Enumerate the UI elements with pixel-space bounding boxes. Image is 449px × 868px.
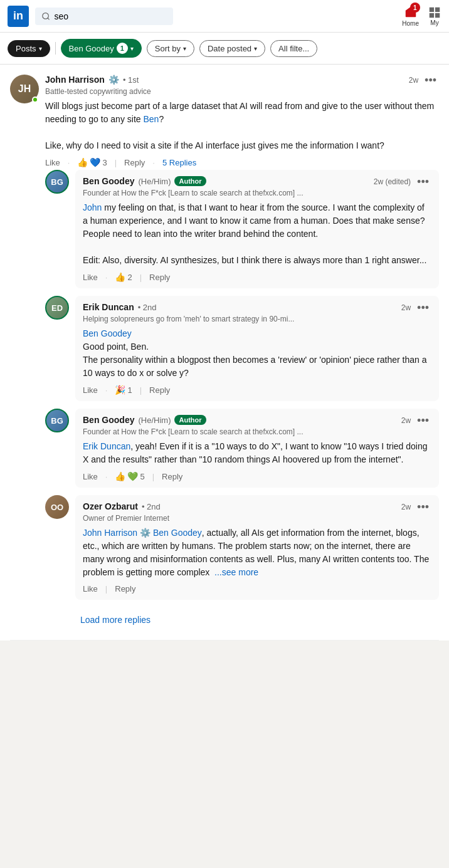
filter-divider — [55, 42, 56, 55]
svg-point-0 — [43, 13, 49, 19]
linkedin-logo[interactable]: in — [8, 6, 29, 27]
john-initials: JH — [18, 83, 31, 95]
john-actions: Like · 👍 💙 3 | Reply · 5 Replies — [45, 157, 439, 167]
erik-like[interactable]: Like — [83, 385, 98, 395]
ozer-like[interactable]: Like — [83, 584, 98, 593]
main-content: JH John Harrison ⚙️ • 1st 2w ••• Battl — [0, 65, 449, 641]
ben-reply-2-body: Ben Goodey (He/Him) Author 2w ••• Founde… — [75, 409, 439, 488]
comment-john: JH John Harrison ⚙️ • 1st 2w ••• Battl — [10, 75, 439, 167]
ben-filter-button[interactable]: Ben Goodey 1 ▾ — [61, 39, 142, 58]
john-like-button[interactable]: Like — [45, 158, 60, 167]
ben-reply-1-count: 2 — [127, 273, 132, 282]
svg-rect-2 — [430, 8, 434, 12]
ben-reply-1-reactions: 👍 2 — [115, 272, 132, 282]
john-mention-in-reply[interactable]: John — [83, 202, 102, 212]
john-subtitle: Battle-tested copywriting advice — [45, 87, 439, 96]
see-more-ozer[interactable]: ...see more — [214, 567, 258, 577]
avatar-ben-2-container: BG — [45, 409, 69, 432]
ozer-timestamp: 2w — [401, 503, 411, 511]
all-filters-button[interactable]: All filte... — [270, 40, 317, 57]
ben-reply-2-actions: Like · 👍 💚 5 | Reply — [83, 471, 431, 481]
ozer-reply-header: Ozer Ozbarut • 2nd 2w ••• — [83, 501, 431, 513]
ben-name-2[interactable]: Ben Goodey — [83, 415, 134, 425]
ozer-reply-btn[interactable]: Reply — [115, 584, 135, 593]
sep8: · — [105, 472, 108, 481]
erik-mention-in-reply[interactable]: Erik Duncan — [83, 441, 130, 451]
ben-reply-1-like[interactable]: Like — [83, 273, 98, 282]
erik-more[interactable]: ••• — [415, 302, 431, 313]
date-posted-button[interactable]: Date posted ▾ — [199, 40, 265, 57]
reply-ozer: OO Ozer Ozbarut • 2nd 2w ••• Ow — [45, 495, 439, 600]
sort-by-button[interactable]: Sort by ▾ — [147, 40, 194, 57]
reply-ben-2: BG Ben Goodey (He/Him) Author 2w ••• — [45, 409, 439, 488]
erik-subtitle: Helping solopreneurs go from 'meh' to sm… — [83, 315, 431, 323]
avatar-ben-2: BG — [45, 409, 69, 432]
john-mention-ozer[interactable]: John Harrison — [83, 528, 137, 538]
erik-count: 1 — [127, 385, 132, 395]
ozer-name[interactable]: Ozer Ozbarut — [83, 501, 138, 511]
john-badge-icon: ⚙️ — [108, 75, 119, 85]
ben-reply-2-count: 5 — [140, 472, 144, 481]
avatar-erik: ED — [45, 296, 69, 320]
john-reply-button[interactable]: Reply — [124, 158, 145, 167]
ben-reply-1-reply[interactable]: Reply — [149, 273, 170, 282]
john-meta: John Harrison ⚙️ • 1st — [45, 75, 139, 85]
erik-reply-btn[interactable]: Reply — [149, 385, 170, 395]
avatar-ozer-container: OO — [45, 495, 69, 519]
sep1: · — [68, 158, 70, 167]
author-badge-2: Author — [174, 415, 206, 425]
ben-reply-1-more[interactable]: ••• — [415, 176, 431, 187]
avatar-ben-1: BG — [45, 170, 69, 194]
ben-reply-2-more[interactable]: ••• — [415, 415, 431, 426]
ben-name-1[interactable]: Ben Goodey — [83, 176, 134, 186]
ben-mention-1[interactable]: Ben — [143, 114, 159, 124]
erik-name[interactable]: Erik Duncan — [83, 302, 134, 312]
erik-reactions: 🎉 1 — [115, 385, 132, 395]
ben-reply-2-timestamp: 2w — [401, 416, 411, 425]
ben-reply-2-reply[interactable]: Reply — [162, 472, 182, 481]
ben-mention-ozer[interactable]: Ben Goodey — [153, 528, 202, 538]
filter-bar: Posts ▾ Ben Goodey 1 ▾ Sort by ▾ Date po… — [0, 33, 449, 65]
ben-reply-2-like[interactable]: Like — [83, 472, 98, 481]
erik-reply-body: Erik Duncan • 2nd 2w ••• Helping solopre… — [75, 296, 439, 401]
sep2: | — [115, 158, 117, 167]
date-chevron-icon: ▾ — [254, 45, 257, 52]
erik-timestamp: 2w — [401, 303, 411, 312]
my-nav-item[interactable]: My — [428, 6, 441, 26]
ben-reply-2-text: Erik Duncan, yeah! Even if it is a "10 w… — [83, 440, 431, 466]
ben-reply-2-subtitle: Founder at How the F*ck [Learn to scale … — [83, 427, 431, 436]
ben-reply-2-header: Ben Goodey (He/Him) Author 2w ••• — [83, 415, 431, 426]
erik-text: Ben Goodey Good point, Ben. The personal… — [83, 327, 431, 380]
erik-degree: • 2nd — [138, 303, 157, 312]
sep5: | — [140, 273, 142, 282]
posts-filter-button[interactable]: Posts ▾ — [8, 40, 50, 57]
ben-chevron-icon: ▾ — [130, 45, 134, 52]
sort-chevron-icon: ▾ — [183, 45, 186, 52]
ozer-more[interactable]: ••• — [415, 501, 431, 513]
john-degree: • 1st — [123, 75, 139, 85]
ben-reply-1-body: Ben Goodey (He/Him) Author 2w (edited) •… — [75, 170, 439, 288]
reaction-thumbs: 👍 — [77, 157, 88, 167]
search-bar[interactable] — [35, 8, 173, 25]
load-more-replies[interactable]: Load more replies — [45, 607, 439, 630]
john-more-button[interactable]: ••• — [422, 75, 439, 86]
sep3: · — [152, 158, 155, 167]
john-comment-header: John Harrison ⚙️ • 1st 2w ••• — [45, 75, 439, 86]
ben-mention-erik[interactable]: Ben Goodey — [83, 328, 132, 338]
home-nav-item[interactable]: 1 Home — [402, 5, 419, 27]
reaction-heart: 💙 — [90, 157, 100, 167]
john-replies-count[interactable]: 5 Replies — [162, 158, 196, 167]
ben-reply-1-timestamp: 2w (edited) — [374, 177, 411, 186]
john-timestamp: 2w — [409, 76, 418, 85]
ben-pronouns-1: (He/Him) — [138, 177, 171, 186]
all-filters-label: All filte... — [278, 44, 309, 53]
date-posted-label: Date posted — [208, 44, 251, 53]
reaction-thumbs-3: 👍 — [115, 471, 125, 481]
sep4: · — [105, 273, 108, 282]
john-comment-body: John Harrison ⚙️ • 1st 2w ••• Battle-tes… — [45, 75, 439, 167]
ben-reply-1-subtitle: Founder at How the F*ck [Learn to scale … — [83, 189, 431, 197]
search-input[interactable] — [54, 11, 167, 21]
sep7: | — [140, 385, 142, 395]
grid-icon — [428, 6, 441, 19]
john-name[interactable]: John Harrison — [45, 75, 105, 85]
